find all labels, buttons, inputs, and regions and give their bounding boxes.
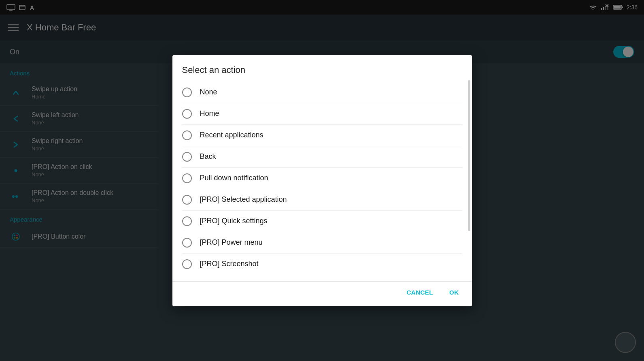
- dialog-overlay: Select an action None Home Recent applic…: [0, 0, 644, 361]
- option-home-label: Home: [200, 109, 219, 118]
- option-pro-selected-application[interactable]: [PRO] Selected application: [182, 189, 462, 211]
- radio-pull-down: [182, 173, 192, 183]
- radio-pro-power: [182, 238, 192, 248]
- radio-none: [182, 88, 192, 97]
- option-pro-power-menu[interactable]: [PRO] Power menu: [182, 232, 462, 254]
- option-recent-label: Recent applications: [200, 131, 264, 139]
- dialog-title: Select an action: [172, 55, 472, 82]
- option-none-label: None: [200, 88, 217, 96]
- option-pro-screenshot[interactable]: [PRO] Screenshot: [182, 254, 462, 275]
- option-pull-down-notification[interactable]: Pull down notification: [182, 168, 462, 189]
- dialog-scrollbar: [468, 80, 470, 231]
- option-back[interactable]: Back: [182, 146, 462, 168]
- option-pro-screenshot-label: [PRO] Screenshot: [200, 260, 259, 268]
- radio-pro-quick: [182, 216, 192, 226]
- select-action-dialog: Select an action None Home Recent applic…: [172, 55, 472, 306]
- option-pro-quick-label: [PRO] Quick settings: [200, 217, 268, 225]
- option-recent-applications[interactable]: Recent applications: [182, 125, 462, 146]
- radio-back: [182, 152, 192, 162]
- option-pro-selected-label: [PRO] Selected application: [200, 195, 287, 204]
- dialog-actions: CANCEL OK: [172, 281, 472, 306]
- option-pro-quick-settings[interactable]: [PRO] Quick settings: [182, 211, 462, 232]
- cancel-button[interactable]: CANCEL: [400, 285, 440, 300]
- option-pro-power-label: [PRO] Power menu: [200, 238, 263, 247]
- radio-pro-screenshot: [182, 259, 192, 269]
- option-home[interactable]: Home: [182, 103, 462, 125]
- ok-button[interactable]: OK: [443, 285, 465, 300]
- option-pull-down-label: Pull down notification: [200, 174, 268, 182]
- radio-pro-selected: [182, 195, 192, 205]
- dialog-options: None Home Recent applications Back Pull …: [172, 82, 472, 278]
- radio-home: [182, 109, 192, 119]
- option-none[interactable]: None: [182, 82, 462, 103]
- radio-recent-applications: [182, 130, 192, 140]
- option-back-label: Back: [200, 152, 216, 161]
